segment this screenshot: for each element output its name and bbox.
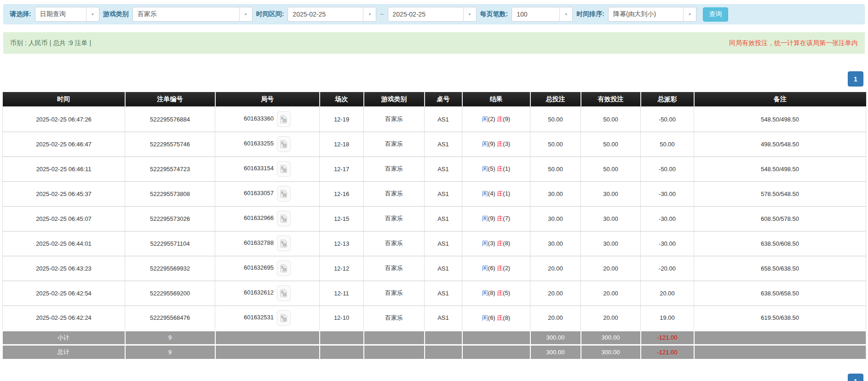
valid-bet-cell: 50.00: [581, 156, 641, 181]
sort-value: 降幂(由大到小): [609, 10, 661, 18]
player-result-points: (9): [488, 215, 497, 222]
session-cell: 12-12: [320, 256, 364, 281]
total-bet-cell[interactable]: 50.00: [530, 132, 581, 156]
chevron-down-icon: ▼: [463, 7, 476, 21]
video-button[interactable]: [277, 260, 291, 276]
payout-cell: -30.00: [641, 231, 694, 256]
film-icon: [280, 314, 287, 322]
time-cell: 2025-02-25 06:47:26: [3, 107, 125, 132]
table-no-cell: AS1: [425, 306, 462, 330]
film-icon: [280, 190, 287, 198]
summary-round-cell: [215, 330, 320, 345]
total-bet-cell[interactable]: 20.00: [530, 306, 581, 330]
table-no-cell: AS1: [425, 181, 462, 206]
player-result-label: 闲: [482, 190, 488, 197]
video-button[interactable]: [277, 236, 291, 251]
notice-text: 同局有效投注，统一计算在该局第一张注单内: [729, 39, 858, 47]
round-no-cell: 601632695: [215, 256, 320, 281]
total-bet-cell[interactable]: 50.00: [530, 107, 581, 132]
player-result-label: 闲: [482, 240, 488, 247]
game-type-cell: 百家乐: [364, 306, 425, 330]
query-button[interactable]: 查询: [703, 7, 728, 22]
round-no-cell: 601632612: [215, 281, 320, 306]
film-icon: [280, 214, 287, 223]
film-icon: [280, 264, 287, 272]
note-cell: 658.50/638.50: [694, 256, 866, 281]
column-header: 结果: [462, 92, 530, 107]
round-no-cell: 601633360: [215, 107, 320, 132]
pagination-top: 1: [848, 71, 863, 87]
banker-result-points: (3): [503, 140, 510, 147]
records-table: 时间注单编号局号场次游戏类别桌号结果总投注有效投注总派彩备注 2025-02-2…: [2, 92, 866, 359]
game-type-cell: 百家乐: [364, 156, 425, 181]
page-1-button[interactable]: 1: [848, 374, 863, 381]
table-body: 2025-02-25 06:47:26522295576884601633360…: [3, 107, 866, 359]
note-cell: 638.50/608.50: [694, 231, 866, 256]
summary-count-cell: 9: [125, 345, 215, 359]
column-header: 注单编号: [125, 92, 215, 107]
table-no-cell: AS1: [425, 231, 462, 256]
table-row: 2025-02-25 06:44:01522295571104601632788…: [3, 231, 866, 256]
round-no-cell: 601632531: [215, 306, 320, 330]
valid-bet-cell: 20.00: [581, 306, 641, 330]
video-button[interactable]: [277, 186, 291, 202]
summary-row: 总计9300.00300.00-121.00: [3, 345, 866, 359]
game-type-cell: 百家乐: [364, 281, 425, 306]
video-button[interactable]: [277, 111, 291, 127]
chevron-down-icon: ▼: [559, 7, 572, 21]
video-button[interactable]: [277, 285, 291, 301]
payout-cell: -20.00: [641, 256, 694, 281]
query-type-select[interactable]: 日期查询 ▼: [35, 7, 99, 22]
banker-result-label: 庄: [497, 240, 503, 247]
result-cell: 闲(6) 庄(2): [462, 256, 530, 281]
time-cell: 2025-02-25 06:46:47: [3, 132, 125, 156]
date-range-separator: ~: [380, 11, 384, 18]
game-type-cell: 百家乐: [364, 206, 425, 231]
video-button[interactable]: [277, 161, 291, 177]
summary-total-bet-cell: 300.00: [530, 330, 581, 345]
payout-cell: -50.00: [641, 107, 694, 132]
table-no-cell: AS1: [425, 156, 462, 181]
player-result-points: (4): [488, 190, 497, 197]
valid-bet-cell: 20.00: [581, 256, 641, 281]
round-no: 601633255: [244, 140, 274, 147]
video-button[interactable]: [277, 136, 291, 152]
valid-bet-cell: 30.00: [581, 206, 641, 231]
game-type-label: 游戏类别: [103, 10, 129, 18]
date-to-select[interactable]: 2025-02-25 ▼: [388, 7, 477, 22]
summary-session-cell: [320, 345, 364, 359]
bet-id-cell: 522295573808: [125, 181, 215, 206]
summary-result-cell: [462, 345, 530, 359]
result-cell: 闲(3) 庄(8): [462, 231, 530, 256]
total-bet-cell[interactable]: 30.00: [530, 181, 581, 206]
video-button[interactable]: [277, 310, 291, 326]
game-type-select[interactable]: 百家乐 ▼: [132, 7, 253, 22]
note-cell: 498.50/548.50: [694, 132, 866, 156]
total-bet-cell[interactable]: 50.00: [530, 156, 581, 181]
player-result-points: (2): [488, 115, 497, 122]
date-from-select[interactable]: 2025-02-25 ▼: [287, 7, 376, 22]
column-header: 桌号: [425, 92, 462, 107]
total-bet-cell[interactable]: 30.00: [530, 231, 581, 256]
total-bet-cell[interactable]: 30.00: [530, 206, 581, 231]
column-header: 有效投注: [581, 92, 641, 107]
sort-select[interactable]: 降幂(由大到小) ▼: [608, 7, 696, 22]
film-icon: [280, 289, 287, 297]
result-cell: 闲(2) 庄(9): [462, 107, 530, 132]
column-header: 场次: [320, 92, 364, 107]
column-header: 备注: [694, 92, 866, 107]
per-page-select[interactable]: 100 ▼: [512, 7, 573, 22]
payout-cell: 50.00: [641, 132, 694, 156]
table-row: 2025-02-25 06:46:11522295574723601633154…: [3, 156, 866, 181]
table-row: 2025-02-25 06:46:47522295575746601633255…: [3, 132, 866, 156]
total-bet-cell[interactable]: 20.00: [530, 256, 581, 281]
per-page-label: 每页笔数:: [480, 10, 508, 18]
table-no-cell: AS1: [425, 132, 462, 156]
banker-result-label: 庄: [497, 265, 503, 271]
page-1-button[interactable]: 1: [848, 71, 863, 87]
result-cell: 闲(6) 庄(8): [462, 306, 530, 330]
total-bet-cell[interactable]: 20.00: [530, 281, 581, 306]
summary-payout-cell: -121.00: [641, 330, 694, 345]
result-cell: 闲(4) 庄(1): [462, 181, 530, 206]
video-button[interactable]: [277, 211, 291, 226]
